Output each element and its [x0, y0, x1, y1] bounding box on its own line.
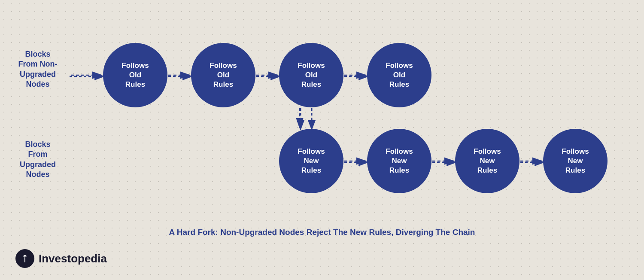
- circle-top-4: FollowsOldRules: [367, 43, 431, 107]
- circle-bottom-4: FollowsNewRules: [543, 129, 608, 193]
- circle-bottom-2: FollowsNewRules: [367, 129, 431, 193]
- logo-icon: [15, 249, 34, 268]
- logo-area: Investopedia: [15, 249, 107, 268]
- circle-top-3: FollowsOldRules: [279, 43, 343, 107]
- label-non-upgraded: BlocksFrom Non-UpgradedNodes: [12, 49, 64, 90]
- circle-top-2: FollowsOldRules: [191, 43, 255, 107]
- diagram-container: BlocksFrom Non-UpgradedNodes BlocksFromU…: [0, 0, 644, 280]
- svg-rect-10: [24, 257, 25, 262]
- svg-point-11: [24, 255, 26, 257]
- circle-top-1: FollowsOldRules: [103, 43, 167, 107]
- circle-bottom-3: FollowsNewRules: [455, 129, 519, 193]
- logo-text: Investopedia: [39, 252, 107, 265]
- label-upgraded: BlocksFromUpgradedNodes: [12, 140, 64, 180]
- caption: A Hard Fork: Non-Upgraded Nodes Reject T…: [0, 228, 644, 237]
- circle-bottom-1: FollowsNewRules: [279, 129, 343, 193]
